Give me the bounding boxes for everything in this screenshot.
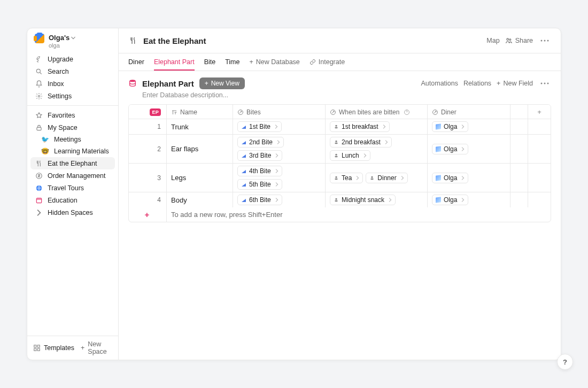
cell-when[interactable]: 1st breakfast xyxy=(326,119,428,134)
time-chip[interactable]: Midnight snack xyxy=(330,195,396,205)
sidebar-item-meetings[interactable]: 🐦 Meetings xyxy=(30,134,115,145)
diner-chip[interactable]: Olga xyxy=(432,195,468,205)
time-chip[interactable]: Lunch xyxy=(330,150,370,161)
add-row[interactable]: + To add a new row, press Shift+Enter xyxy=(129,207,551,222)
cell-when[interactable]: Midnight snack xyxy=(326,192,428,207)
row-index: 4 xyxy=(129,192,167,207)
add-column-button[interactable]: + xyxy=(528,105,551,119)
cell-name[interactable]: Ear flaps xyxy=(167,135,233,163)
sidebar-item-label: Upgrade xyxy=(48,56,73,63)
bite-chip[interactable]: 4th Bite xyxy=(237,166,282,176)
relation-icon xyxy=(330,109,336,115)
svg-rect-9 xyxy=(37,348,40,351)
time-chip[interactable]: 1st breakfast xyxy=(330,121,390,132)
column-header-index: EP xyxy=(129,105,167,119)
bite-chip[interactable]: 3rd Bite xyxy=(237,150,282,161)
sidebar-item-hidden-spaces[interactable]: Hidden Spaces xyxy=(30,206,115,219)
sidebar-item-travel-tours[interactable]: Travel Tours xyxy=(30,182,115,194)
tab-elephant-part[interactable]: Elephant Part xyxy=(154,53,195,71)
diner-chip[interactable]: Olga xyxy=(432,144,468,154)
sidebar-item-label: Travel Tours xyxy=(48,184,84,192)
database-title: Elephant Part xyxy=(142,79,194,88)
new-db-label: New Database xyxy=(256,58,300,66)
cell-name[interactable]: Body xyxy=(167,192,233,207)
svg-rect-28 xyxy=(335,156,338,158)
sidebar-item-education[interactable]: Education xyxy=(30,194,115,206)
cell-diner[interactable]: Olga xyxy=(428,164,510,192)
cell-bites[interactable]: 6th Bite xyxy=(233,192,326,207)
tab-diner[interactable]: Diner xyxy=(128,53,144,71)
svg-point-25 xyxy=(335,141,337,142)
new-field-button[interactable]: + New Field xyxy=(497,80,533,87)
workspace-switcher[interactable]: Olga's olga xyxy=(27,28,118,53)
cell-bites[interactable]: 4th Bite 5th Bite xyxy=(233,164,326,192)
time-chip[interactable]: Tea xyxy=(330,173,363,183)
chip-label: Lunch xyxy=(342,152,359,159)
automations-button[interactable]: Automations xyxy=(421,80,458,87)
sidebar-item-upgrade[interactable]: Upgrade xyxy=(30,53,115,65)
column-header-diner[interactable]: Diner xyxy=(428,105,510,119)
cell-bites[interactable]: 2nd Bite 3rd Bite xyxy=(233,135,326,163)
time-chip[interactable]: 2nd breakfast xyxy=(330,137,392,148)
sidebar-item-search[interactable]: Search xyxy=(30,65,115,77)
main-panel: Eat the Elephant Map Share Diner Elephan… xyxy=(119,28,561,360)
more-menu-button[interactable] xyxy=(538,37,551,44)
column-header-bites[interactable]: Bites xyxy=(233,105,326,119)
share-button[interactable]: Share xyxy=(505,37,533,44)
new-view-button[interactable]: + New View xyxy=(199,77,245,89)
bite-chip[interactable]: 5th Bite xyxy=(237,179,282,190)
cell-diner[interactable]: Olga xyxy=(428,135,510,163)
sidebar-item-learning[interactable]: 🤓 Learning Materials xyxy=(30,145,115,157)
database-description-input[interactable]: Enter Database description... xyxy=(119,91,561,104)
sidebar-item-label: Favorites xyxy=(48,112,75,119)
help-fab-button[interactable]: ? xyxy=(557,354,573,370)
cell-bites[interactable]: 1st Bite xyxy=(233,119,326,134)
time-chip[interactable]: Dinner xyxy=(366,173,407,183)
chip-icon xyxy=(241,182,246,187)
integrate-button[interactable]: Integrate xyxy=(310,53,345,71)
db-more-menu-button[interactable] xyxy=(538,80,551,87)
sidebar-item-myspace[interactable]: My Space xyxy=(30,121,115,134)
new-space-button[interactable]: + New Space xyxy=(81,340,113,355)
help-icon[interactable] xyxy=(404,109,410,115)
svg-point-14 xyxy=(547,40,549,42)
chevron-right-icon xyxy=(275,182,279,187)
tab-bite[interactable]: Bite xyxy=(204,53,216,71)
cell-when[interactable]: Tea Dinner xyxy=(326,164,428,192)
column-header-name[interactable]: Name xyxy=(167,105,233,119)
chip-label: Dinner xyxy=(377,174,396,182)
chevron-right-icon xyxy=(461,147,465,151)
relation-icon xyxy=(432,109,438,115)
cell-diner[interactable]: Olga xyxy=(428,119,510,134)
titlebar: Eat the Elephant Map Share xyxy=(119,28,561,53)
sidebar-item-settings[interactable]: Settings xyxy=(30,90,115,102)
cell-name[interactable]: Trunk xyxy=(167,119,233,134)
cell-diner[interactable]: Olga xyxy=(428,192,510,207)
sidebar-item-inbox[interactable]: Inbox xyxy=(30,77,115,90)
lock-icon xyxy=(35,123,43,131)
tab-time[interactable]: Time xyxy=(225,53,239,71)
templates-button[interactable]: Templates xyxy=(33,344,74,352)
bite-chip[interactable]: 2nd Bite xyxy=(237,137,284,148)
new-view-label: New View xyxy=(211,80,239,87)
relations-button[interactable]: Relations xyxy=(463,80,491,87)
new-database-button[interactable]: + New Database xyxy=(250,53,300,71)
svg-point-31 xyxy=(372,176,373,177)
diner-chip[interactable]: Olga xyxy=(432,121,468,132)
bite-chip[interactable]: 6th Bite xyxy=(237,195,282,205)
map-button[interactable]: Map xyxy=(486,37,499,44)
sidebar-item-eat-elephant[interactable]: Eat the Elephant xyxy=(30,157,115,169)
cell-trailing xyxy=(528,164,551,192)
column-header-when[interactable]: When bites are bitten xyxy=(326,105,428,119)
globe-icon xyxy=(35,184,43,192)
bite-chip[interactable]: 1st Bite xyxy=(237,121,282,132)
cell-when[interactable]: 2nd breakfast Lunch xyxy=(326,135,428,163)
table-row: 3 Legs 4th Bite 5th Bite Tea Dinner Olga xyxy=(129,164,551,192)
sidebar-item-favorites[interactable]: Favorites xyxy=(30,109,115,121)
chip-label: Midnight snack xyxy=(342,196,384,204)
diner-chip[interactable]: Olga xyxy=(432,173,468,183)
cell-name[interactable]: Legs xyxy=(167,164,233,192)
chevron-right-icon xyxy=(276,140,281,144)
chevron-right-icon xyxy=(461,198,465,202)
sidebar-item-order-management[interactable]: Order Management xyxy=(30,169,115,182)
